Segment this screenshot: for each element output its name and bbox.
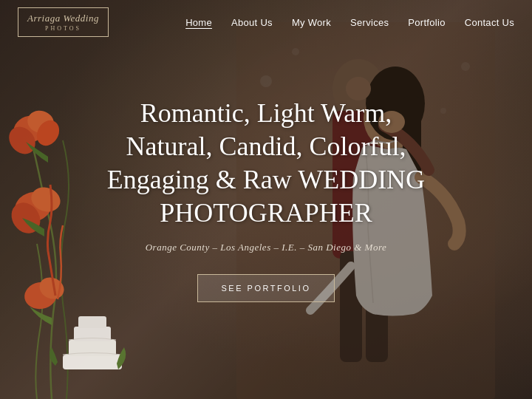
hero-heading-line2: Natural, Candid, Colorful, <box>126 132 406 161</box>
logo-main-text: Arriaga Wedding <box>27 13 99 25</box>
nav-item-services[interactable]: Services <box>350 16 389 29</box>
svg-rect-26 <box>78 316 106 328</box>
nav-item-about[interactable]: About Us <box>231 16 273 29</box>
nav-links: Home About Us My Work Services Portfolio… <box>185 16 514 29</box>
nav-link-contact[interactable]: Contact Us <box>465 17 514 28</box>
nav-link-about[interactable]: About Us <box>231 17 273 28</box>
svg-rect-25 <box>74 327 111 341</box>
see-portfolio-button[interactable]: SEE PORTFOLIO <box>197 274 335 302</box>
hero-heading-line3: Engaging & Raw WEDDING <box>107 165 425 194</box>
navbar: Arriaga Wedding PHOTOS Home About Us My … <box>0 0 532 44</box>
hero-heading: Romantic, Light Warm, Natural, Candid, C… <box>74 97 458 230</box>
hero-heading-line1: Romantic, Light Warm, <box>140 98 392 128</box>
hero-heading-line4: PHOTOGRAPHER <box>160 198 372 228</box>
nav-item-contact[interactable]: Contact Us <box>465 16 514 29</box>
nav-link-home[interactable]: Home <box>185 17 212 28</box>
nav-item-mywork[interactable]: My Work <box>292 16 331 29</box>
nav-item-home[interactable]: Home <box>185 16 212 29</box>
hero-content: Romantic, Light Warm, Natural, Candid, C… <box>74 97 458 302</box>
logo[interactable]: Arriaga Wedding PHOTOS <box>18 7 109 37</box>
hero-subtext: Orange County – Los Angeles – I.E. – San… <box>74 242 458 253</box>
nav-link-mywork[interactable]: My Work <box>292 17 331 28</box>
nav-link-services[interactable]: Services <box>350 17 389 28</box>
svg-rect-23 <box>63 355 122 369</box>
nav-link-portfolio[interactable]: Portfolio <box>408 17 445 28</box>
logo-sub-text: PHOTOS <box>27 25 99 32</box>
hero-section: Arriaga Wedding PHOTOS Home About Us My … <box>0 0 532 399</box>
nav-item-portfolio[interactable]: Portfolio <box>408 16 445 29</box>
